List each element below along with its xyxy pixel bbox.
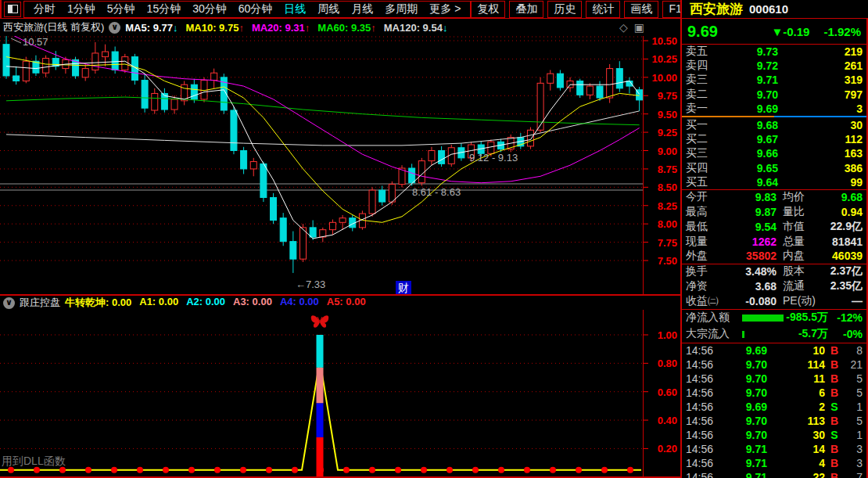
menu-item-30分钟[interactable]: 30分钟 [192, 2, 227, 16]
chart-title: 西安旅游(日线 前复权) [3, 20, 104, 34]
menu-item-5分钟[interactable]: 5分钟 [107, 2, 135, 16]
candle-body [211, 73, 217, 80]
menu-item-分时[interactable]: 分时 [34, 2, 56, 16]
tick-count: 5 [844, 415, 863, 427]
stat-value: 35802 [733, 250, 777, 262]
tick-list[interactable]: 14:569.6910B814:569.70114B2114:569.7011B… [682, 343, 866, 478]
tick-row[interactable]: 14:569.6910B8 [682, 343, 866, 358]
menu-item-多周期[interactable]: 多周期 [385, 2, 418, 16]
menu-item-1分钟[interactable]: 1分钟 [67, 2, 95, 16]
menu-item-月线[interactable]: 月线 [351, 2, 373, 16]
candles[interactable] [3, 36, 643, 273]
tick-direction: B [825, 344, 844, 357]
menu-item-周线[interactable]: 周线 [317, 2, 339, 16]
indicator-dot [601, 467, 608, 473]
tick-row[interactable]: 14:569.7114B3 [682, 442, 866, 456]
axis-label: 1.00 [658, 329, 677, 341]
candle-body [597, 86, 603, 98]
main-candlestick-chart[interactable]: 10.5010.2510.009.759.509.259.008.758.508… [0, 36, 680, 294]
tick-row[interactable]: 14:569.714B3 [682, 456, 866, 470]
tick-time: 14:56 [686, 386, 723, 399]
tick-row[interactable]: 14:569.7122B7 [682, 470, 866, 478]
tick-row[interactable]: 14:569.692S1 [682, 400, 866, 414]
bid-volume: 386 [778, 162, 863, 174]
window-panel-icon[interactable] [4, 2, 21, 17]
bid-row[interactable]: 买五9.6499 [682, 175, 866, 189]
tick-count: 7 [844, 471, 863, 478]
tick-time: 14:56 [686, 344, 723, 357]
stat-label: 外盘 [686, 249, 733, 263]
toolbar-button-历史[interactable]: 历史 [547, 1, 582, 18]
toolbar-button-叠加[interactable]: 叠加 [509, 1, 543, 18]
bid-row[interactable]: 买四9.65386 [682, 161, 866, 175]
diamond-tool-icon[interactable]: ◇ [619, 21, 628, 34]
chevron-down-icon[interactable]: ∨ [3, 297, 15, 309]
indicator-dot [369, 467, 375, 473]
stat-row: 净资3.68流通2.35亿 [682, 279, 866, 294]
ma-label-MA5: MA5: 9.77↓ [125, 22, 178, 34]
toolbar-button-复权[interactable]: 复权 [471, 1, 505, 18]
tick-time: 14:56 [686, 457, 723, 469]
stat-value: 9.68 [823, 191, 863, 203]
indicator-dot [163, 467, 169, 473]
ask-row[interactable]: 卖三9.71319 [682, 73, 866, 87]
ask-row[interactable]: 卖四9.72261 [682, 59, 866, 73]
candle-body [102, 52, 109, 57]
candle-body [607, 69, 613, 98]
toolbar-button-统计[interactable]: 统计 [586, 1, 620, 18]
stat-label: 净资 [686, 279, 733, 293]
ask-price: 9.73 [734, 45, 778, 58]
stat-label: 换手 [686, 264, 733, 279]
candle-body [280, 218, 286, 242]
tick-count: 1 [844, 429, 863, 441]
tick-count: 21 [844, 358, 863, 371]
chart-title-bar: 西安旅游(日线 前复权) ∨ MA5: 9.77↓MA10: 9.75↑MA20… [0, 19, 680, 36]
candle-body [379, 190, 386, 202]
bid-price: 9.66 [734, 147, 778, 160]
candle-body [329, 222, 335, 229]
candle-body [300, 228, 307, 259]
tick-row[interactable]: 14:569.70114B21 [682, 358, 866, 372]
ask-price: 9.69 [734, 102, 778, 115]
stat-label: PE(动) [783, 294, 823, 308]
tick-row[interactable]: 14:569.7011B5 [682, 372, 866, 386]
axis-label: 9.00 [658, 146, 677, 157]
ask-volume: 261 [778, 59, 863, 72]
tick-direction: S [825, 401, 844, 413]
indicator-param-A2: A2: 0.00 [186, 296, 225, 310]
quote-header: 西安旅游 000610 [680, 0, 868, 19]
chevron-down-icon[interactable]: ∨ [109, 22, 120, 34]
arrow-down-icon: ↓ [173, 22, 178, 34]
stat-label: 均价 [783, 190, 823, 204]
bid-row[interactable]: 买一9.6830 [682, 118, 866, 132]
ask-row[interactable]: 卖一9.693 [682, 102, 866, 116]
flow-pct: -0% [828, 328, 863, 340]
ma-value-MA60: MA60: 9.35 [317, 22, 371, 34]
ask-row[interactable]: 卖二9.70797 [682, 88, 866, 102]
candle-body [82, 69, 88, 77]
tick-row[interactable]: 14:569.70113B5 [682, 414, 866, 428]
split-window-icon[interactable]: ▣ [634, 21, 644, 34]
candle-body [429, 151, 435, 161]
bid-row[interactable]: 买三9.66163 [682, 146, 866, 160]
tick-price: 9.70 [723, 429, 767, 441]
tick-time: 14:56 [686, 415, 723, 427]
tick-row[interactable]: 14:569.706B5 [682, 386, 866, 400]
bid-row[interactable]: 买二9.67112 [682, 132, 866, 146]
ask-row[interactable]: 卖五9.73219 [682, 45, 866, 59]
menu-item-15分钟[interactable]: 15分钟 [147, 2, 181, 16]
indicator-param-A3: A3: 0.00 [233, 296, 272, 310]
menu-item-更多 >[interactable]: 更多 > [429, 2, 461, 16]
quote-panel: 9.69 ▼-0.19 -1.92% 卖五9.73219卖四9.72261卖三9… [680, 19, 868, 478]
butterfly-upper-wings [311, 315, 329, 323]
ma-line-MA120 [6, 111, 640, 146]
tick-row[interactable]: 14:569.7030S1 [682, 428, 866, 442]
menu-item-日线[interactable]: 日线 [284, 2, 306, 16]
menu-item-60分钟[interactable]: 60分钟 [239, 2, 273, 16]
toolbar-button-画线[interactable]: 画线 [624, 1, 658, 18]
tick-direction: B [825, 457, 844, 469]
tick-direction: B [825, 443, 844, 455]
indicator-chart[interactable]: 1.000.800.600.400.20用到DLL函数 [0, 310, 680, 478]
bid-volume: 99 [778, 176, 863, 189]
ma-value-MA5: MA5: 9.77 [125, 22, 173, 34]
